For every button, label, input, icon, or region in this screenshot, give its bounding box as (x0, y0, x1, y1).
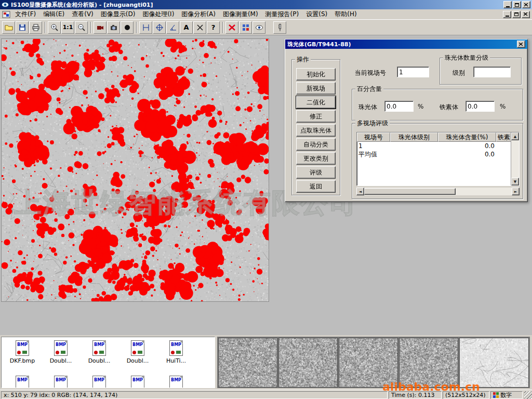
new-field-button[interactable]: 新视场 (296, 82, 336, 95)
text-annotation-button[interactable]: A (180, 21, 193, 34)
col-field-number[interactable]: 视场号 (357, 132, 390, 142)
minimize-button[interactable] (503, 1, 512, 8)
dialog-title-bar[interactable]: 珠光体(GB/T9441-88) (285, 39, 527, 49)
table-horizontal-scrollbar[interactable]: ◄ ► (356, 188, 520, 195)
file-item[interactable]: BMP (42, 376, 79, 388)
red-x-icon (228, 23, 236, 32)
table-row[interactable]: 1 0.0 (357, 142, 519, 150)
bottom-panel: BMP DKF.bmp BMP Doubl... BMP Doubl... BM… (0, 335, 532, 390)
thumbnail-mark-icon (22, 351, 27, 354)
menu-help[interactable]: 帮助(H) (331, 9, 360, 20)
binarize-button[interactable]: 二值化 (296, 96, 336, 109)
pearlite-label: 珠光体 (358, 103, 377, 112)
col-pearlite-content[interactable]: 珠光体含量(%) (438, 132, 496, 142)
scroll-down-button[interactable]: ▼ (511, 178, 519, 185)
file-name: HuiTi... (157, 357, 195, 364)
ferrite-percent-input[interactable] (466, 101, 495, 112)
mdi-close-button[interactable] (522, 11, 530, 18)
file-item[interactable]: BMP Doubl... (119, 340, 156, 364)
cross-measure-button[interactable] (193, 21, 206, 34)
grid-button[interactable] (239, 21, 252, 34)
scrollbar-thumb[interactable] (364, 188, 456, 195)
delete-measure-button[interactable] (225, 21, 238, 34)
thumbnail-image[interactable] (278, 338, 338, 388)
file-item[interactable]: BMP Doubl... (42, 340, 79, 364)
correct-button[interactable]: 修正 (296, 110, 336, 123)
scroll-left-button[interactable]: ◄ (356, 188, 364, 195)
file-item[interactable]: BMP Doubl... (81, 340, 118, 364)
angle-measure-button[interactable] (166, 21, 179, 34)
menu-view[interactable]: 查看(V) (68, 9, 97, 20)
page-fold-icon (141, 376, 144, 379)
close-button[interactable] (522, 1, 530, 8)
mdi-minimize-button[interactable] (503, 11, 511, 18)
menu-edit[interactable]: 编辑(E) (39, 9, 68, 20)
scroll-up-button[interactable]: ▲ (511, 132, 519, 140)
file-item[interactable]: BMP (4, 376, 41, 388)
menu-measure-report[interactable]: 测量报告(P) (262, 9, 303, 20)
pearlite-percent-input[interactable] (384, 101, 414, 112)
toolbar-separator (90, 22, 91, 33)
menu-image-process[interactable]: 图像处理(I) (139, 9, 178, 20)
file-item[interactable]: BMP DKF.bmp (4, 340, 41, 364)
caliper-measure-button[interactable] (139, 21, 152, 34)
change-class-button[interactable]: 更改类别 (296, 152, 336, 165)
resize-grip[interactable] (524, 391, 532, 399)
current-field-input[interactable] (397, 66, 429, 77)
eye-preview-button[interactable] (252, 21, 265, 34)
window-title: IS100显微摄像系统(金相分析版) - [zhuguangti01] (11, 1, 153, 9)
restore-button[interactable] (513, 1, 521, 8)
printer-icon (32, 23, 40, 32)
cursor-position-text: x: 510 y: 79 idx: 0 RGB: (174, 174, 174) (4, 392, 117, 398)
syringe-icon (276, 23, 284, 32)
grade-button[interactable]: 评级 (296, 166, 336, 179)
table-row[interactable]: 平均值 0.0 (357, 150, 519, 158)
multi-field-table: 视场号 珠光体级别 珠光体含量(%) 铁素 1 0.0 平均值 0 (356, 132, 520, 186)
save-button[interactable] (16, 21, 29, 34)
file-item[interactable]: BMP (81, 376, 118, 388)
menu-image-display[interactable]: 图像显示(D) (97, 9, 139, 20)
init-button[interactable]: 初始化 (296, 68, 336, 81)
menu-image-measure[interactable]: 图像测量(M) (219, 9, 262, 20)
close-icon (524, 12, 528, 16)
pick-pearlite-button[interactable]: 点取珠光体 (296, 124, 336, 137)
video-capture-button[interactable] (94, 21, 107, 34)
file-item[interactable]: BMP (157, 376, 195, 388)
file-item[interactable]: BMP (119, 376, 156, 388)
probe-button[interactable] (273, 21, 286, 34)
print-button[interactable] (29, 21, 42, 34)
col-pearlite-grade[interactable]: 珠光体级别 (390, 132, 438, 142)
menu-image-analysis[interactable]: 图像分析(A) (178, 9, 219, 20)
record-circle-icon (123, 23, 131, 32)
specimen-image[interactable] (1, 38, 269, 302)
bmp-file-icon: BMP (92, 376, 106, 388)
cross-icon (196, 24, 204, 31)
col-ferrite[interactable]: 铁素 (496, 132, 512, 142)
zoom-in-button[interactable] (48, 21, 61, 34)
menu-settings[interactable]: 设置(S) (302, 9, 331, 20)
record-button[interactable] (121, 21, 134, 34)
open-file-button[interactable] (2, 21, 15, 34)
zoom-actual-button[interactable]: 1:1 (61, 21, 74, 34)
mdi-restore-button[interactable] (512, 11, 521, 18)
workspace: 上海世绿智能系统有限公司 珠光体(GB/T9441-88) 操作 初始化 新视场… (0, 35, 532, 335)
circle-measure-button[interactable] (153, 21, 166, 34)
zoom-in-icon (50, 23, 59, 32)
status-mode-panel: 数字 (490, 391, 523, 399)
return-button[interactable]: 返回 (296, 180, 336, 193)
page-fold-icon (64, 340, 68, 344)
cell-pearlite-content: 0.0 (438, 142, 496, 150)
table-vertical-scrollbar[interactable]: ▲ ▼ (511, 132, 519, 185)
menu-file[interactable]: 文件(F) (11, 9, 39, 20)
level-input[interactable] (473, 66, 511, 77)
scroll-right-button[interactable]: ► (512, 188, 520, 195)
camera-capture-button[interactable] (107, 21, 120, 34)
dialog-close-button[interactable] (517, 41, 525, 48)
zoom-out-button[interactable] (75, 21, 88, 34)
bmp-file-icon: BMP (169, 376, 183, 388)
auto-classify-button[interactable]: 自动分类 (296, 138, 336, 151)
thumbnail-image[interactable] (218, 338, 277, 388)
help-button[interactable]: ? (207, 21, 220, 34)
file-item[interactable]: BMP HuiTi... (157, 340, 195, 364)
left-arrow-icon: ◄ (359, 190, 362, 194)
